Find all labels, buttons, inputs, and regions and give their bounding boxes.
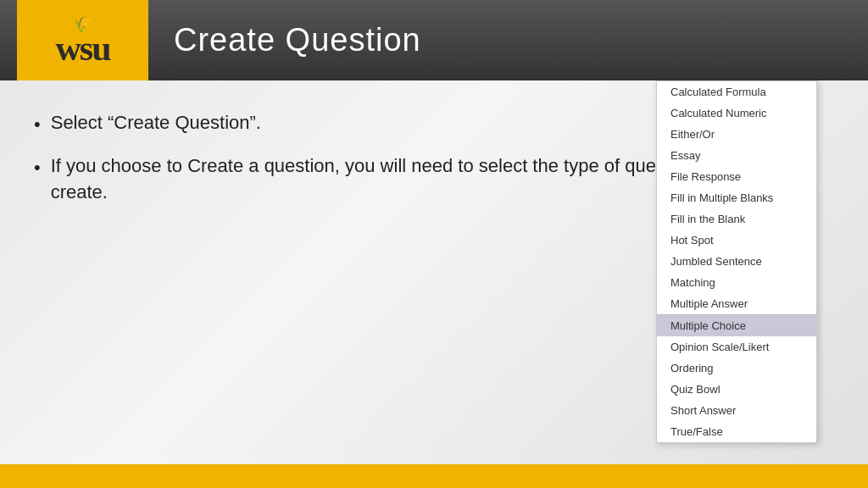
dropdown-item-quiz-bowl[interactable]: Quiz Bowl — [657, 379, 816, 400]
dropdown-item-essay[interactable]: Essay — [657, 145, 816, 166]
dropdown-item-multiple-choice[interactable]: Multiple Choice — [657, 314, 816, 336]
main-content-area: Select “Create Question”. If you choose … — [0, 80, 868, 464]
dropdown-item-ordering[interactable]: Ordering — [657, 358, 816, 379]
dropdown-item-calculated-numeric[interactable]: Calculated Numeric — [657, 103, 816, 124]
logo-text: wsu — [55, 30, 109, 66]
dropdown-item-either-or[interactable]: Either/Or — [657, 124, 816, 145]
footer-bar — [0, 464, 868, 488]
dropdown-item-file-response[interactable]: File Response — [657, 166, 816, 187]
page-title: Create Question — [174, 22, 421, 58]
dropdown-item-hot-spot[interactable]: Hot Spot — [657, 230, 816, 251]
logo-area: 🌾 wsu — [17, 0, 148, 80]
dropdown-item-true-false[interactable]: True/False — [657, 421, 816, 442]
dropdown-item-calculated-formula[interactable]: Calculated Formula — [657, 81, 816, 103]
dropdown-item-fill-in-multiple-blanks[interactable]: Fill in Multiple Blanks — [657, 187, 816, 208]
header: 🌾 wsu Create Question — [0, 0, 868, 80]
dropdown-item-fill-in-the-blank[interactable]: Fill in the Blank — [657, 208, 816, 230]
dropdown-item-matching[interactable]: Matching — [657, 272, 816, 293]
question-type-dropdown[interactable]: Calculated FormulaCalculated NumericEith… — [656, 80, 817, 443]
dropdown-item-jumbled-sentence[interactable]: Jumbled Sentence — [657, 251, 816, 272]
dropdown-item-short-answer[interactable]: Short Answer — [657, 400, 816, 421]
dropdown-item-opinion-scale-likert[interactable]: Opinion Scale/Likert — [657, 336, 816, 358]
dropdown-item-multiple-answer[interactable]: Multiple Answer — [657, 293, 816, 314]
